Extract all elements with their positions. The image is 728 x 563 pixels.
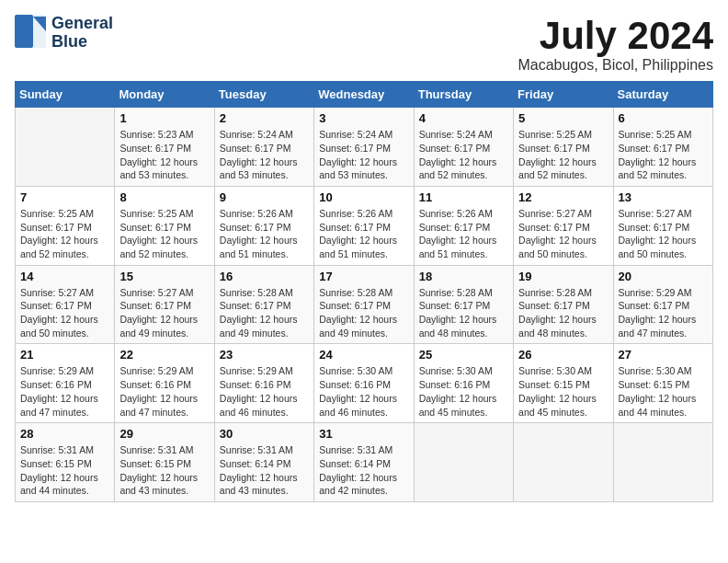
day-info: Sunrise: 5:30 AM Sunset: 6:16 PM Dayligh… — [319, 364, 408, 419]
day-header-friday: Friday — [514, 82, 613, 108]
day-number: 9 — [220, 190, 309, 204]
day-info: Sunrise: 5:27 AM Sunset: 6:17 PM Dayligh… — [119, 286, 209, 340]
day-info: Sunrise: 5:29 AM Sunset: 6:16 PM Dayligh… — [20, 364, 109, 419]
day-info: Sunrise: 5:27 AM Sunset: 6:17 PM Dayligh… — [518, 207, 608, 261]
calendar-cell: 5Sunrise: 5:25 AM Sunset: 6:17 PM Daylig… — [514, 108, 613, 187]
day-info: Sunrise: 5:26 AM Sunset: 6:17 PM Dayligh… — [319, 207, 408, 261]
calendar-table: SundayMondayTuesdayWednesdayThursdayFrid… — [15, 81, 713, 502]
calendar-cell: 17Sunrise: 5:28 AM Sunset: 6:17 PM Dayli… — [314, 265, 414, 344]
day-header-sunday: Sunday — [16, 82, 115, 108]
calendar-cell: 6Sunrise: 5:25 AM Sunset: 6:17 PM Daylig… — [613, 108, 712, 187]
svg-rect-2 — [15, 15, 33, 48]
calendar-week-row: 21Sunrise: 5:29 AM Sunset: 6:16 PM Dayli… — [16, 344, 713, 423]
day-number: 12 — [518, 190, 608, 204]
day-number: 18 — [419, 270, 508, 283]
day-number: 11 — [419, 190, 508, 204]
location-title: Macabugos, Bicol, Philippines — [518, 57, 713, 74]
day-header-saturday: Saturday — [613, 82, 712, 108]
day-number: 10 — [319, 190, 408, 204]
day-info: Sunrise: 5:23 AM Sunset: 6:17 PM Dayligh… — [119, 128, 209, 182]
day-number: 31 — [319, 427, 408, 441]
day-number: 26 — [518, 348, 608, 362]
calendar-cell: 30Sunrise: 5:31 AM Sunset: 6:14 PM Dayli… — [214, 423, 313, 502]
calendar-cell: 28Sunrise: 5:31 AM Sunset: 6:15 PM Dayli… — [16, 423, 115, 502]
calendar-cell: 3Sunrise: 5:24 AM Sunset: 6:17 PM Daylig… — [314, 108, 414, 187]
calendar-cell: 18Sunrise: 5:28 AM Sunset: 6:17 PM Dayli… — [414, 265, 513, 344]
calendar-cell: 22Sunrise: 5:29 AM Sunset: 6:16 PM Dayli… — [115, 344, 214, 423]
calendar-cell: 1Sunrise: 5:23 AM Sunset: 6:17 PM Daylig… — [115, 108, 214, 187]
day-number: 19 — [518, 270, 608, 283]
calendar-cell: 13Sunrise: 5:27 AM Sunset: 6:17 PM Dayli… — [613, 186, 712, 265]
day-info: Sunrise: 5:31 AM Sunset: 6:14 PM Dayligh… — [319, 443, 408, 498]
day-number: 27 — [619, 348, 708, 362]
calendar-cell — [613, 423, 712, 502]
calendar-cell: 21Sunrise: 5:29 AM Sunset: 6:16 PM Dayli… — [16, 344, 115, 423]
logo-line2: Blue — [51, 33, 113, 52]
day-info: Sunrise: 5:27 AM Sunset: 6:17 PM Dayligh… — [20, 286, 109, 340]
day-number: 2 — [220, 111, 309, 125]
calendar-cell: 2Sunrise: 5:24 AM Sunset: 6:17 PM Daylig… — [214, 108, 313, 187]
calendar-cell: 7Sunrise: 5:25 AM Sunset: 6:17 PM Daylig… — [16, 186, 115, 265]
calendar-cell: 15Sunrise: 5:27 AM Sunset: 6:17 PM Dayli… — [115, 265, 214, 344]
day-number: 24 — [319, 348, 408, 362]
day-number: 13 — [619, 190, 708, 204]
day-header-monday: Monday — [115, 82, 214, 108]
day-info: Sunrise: 5:24 AM Sunset: 6:17 PM Dayligh… — [319, 128, 408, 182]
calendar-cell: 25Sunrise: 5:30 AM Sunset: 6:16 PM Dayli… — [414, 344, 513, 423]
day-info: Sunrise: 5:30 AM Sunset: 6:15 PM Dayligh… — [518, 364, 608, 419]
calendar-body: 1Sunrise: 5:23 AM Sunset: 6:17 PM Daylig… — [16, 108, 713, 502]
day-info: Sunrise: 5:25 AM Sunset: 6:17 PM Dayligh… — [119, 207, 209, 261]
day-number: 23 — [220, 348, 309, 362]
calendar-week-row: 28Sunrise: 5:31 AM Sunset: 6:15 PM Dayli… — [16, 423, 713, 502]
calendar-cell — [514, 423, 613, 502]
calendar-cell: 19Sunrise: 5:28 AM Sunset: 6:17 PM Dayli… — [514, 265, 613, 344]
month-title: July 2024 — [518, 15, 713, 57]
day-number: 22 — [119, 348, 209, 362]
day-number: 29 — [119, 427, 209, 441]
day-number: 21 — [20, 348, 109, 362]
calendar-week-row: 7Sunrise: 5:25 AM Sunset: 6:17 PM Daylig… — [16, 186, 713, 265]
calendar-cell — [16, 108, 115, 187]
day-header-thursday: Thursday — [414, 82, 513, 108]
day-info: Sunrise: 5:25 AM Sunset: 6:17 PM Dayligh… — [20, 207, 109, 261]
day-info: Sunrise: 5:26 AM Sunset: 6:17 PM Dayligh… — [419, 207, 508, 261]
day-info: Sunrise: 5:28 AM Sunset: 6:17 PM Dayligh… — [518, 286, 608, 340]
calendar-cell: 9Sunrise: 5:26 AM Sunset: 6:17 PM Daylig… — [214, 186, 313, 265]
day-number: 30 — [220, 427, 309, 441]
day-number: 16 — [220, 270, 309, 283]
day-number: 15 — [119, 270, 209, 283]
calendar-cell: 10Sunrise: 5:26 AM Sunset: 6:17 PM Dayli… — [314, 186, 414, 265]
logo-icon — [15, 15, 48, 52]
day-info: Sunrise: 5:28 AM Sunset: 6:17 PM Dayligh… — [319, 286, 408, 340]
calendar-cell: 29Sunrise: 5:31 AM Sunset: 6:15 PM Dayli… — [115, 423, 214, 502]
calendar-cell — [414, 423, 513, 502]
calendar-cell: 8Sunrise: 5:25 AM Sunset: 6:17 PM Daylig… — [115, 186, 214, 265]
day-number: 17 — [319, 270, 408, 283]
day-info: Sunrise: 5:25 AM Sunset: 6:17 PM Dayligh… — [518, 128, 608, 182]
calendar-cell: 12Sunrise: 5:27 AM Sunset: 6:17 PM Dayli… — [514, 186, 613, 265]
day-info: Sunrise: 5:31 AM Sunset: 6:15 PM Dayligh… — [119, 443, 209, 498]
day-info: Sunrise: 5:25 AM Sunset: 6:17 PM Dayligh… — [619, 128, 708, 182]
day-info: Sunrise: 5:31 AM Sunset: 6:15 PM Dayligh… — [20, 443, 109, 498]
calendar-week-row: 14Sunrise: 5:27 AM Sunset: 6:17 PM Dayli… — [16, 265, 713, 344]
day-header-wednesday: Wednesday — [314, 82, 414, 108]
day-info: Sunrise: 5:29 AM Sunset: 6:16 PM Dayligh… — [220, 364, 309, 419]
logo-line1: General — [51, 15, 113, 33]
calendar-cell: 23Sunrise: 5:29 AM Sunset: 6:16 PM Dayli… — [214, 344, 313, 423]
day-info: Sunrise: 5:24 AM Sunset: 6:17 PM Dayligh… — [220, 128, 309, 182]
calendar-cell: 4Sunrise: 5:24 AM Sunset: 6:17 PM Daylig… — [414, 108, 513, 187]
logo: General Blue — [15, 15, 113, 52]
day-info: Sunrise: 5:28 AM Sunset: 6:17 PM Dayligh… — [419, 286, 508, 340]
day-info: Sunrise: 5:28 AM Sunset: 6:17 PM Dayligh… — [220, 286, 309, 340]
day-number: 5 — [518, 111, 608, 125]
day-info: Sunrise: 5:24 AM Sunset: 6:17 PM Dayligh… — [419, 128, 508, 182]
day-header-tuesday: Tuesday — [214, 82, 313, 108]
calendar-header-row: SundayMondayTuesdayWednesdayThursdayFrid… — [16, 82, 713, 108]
day-number: 28 — [20, 427, 109, 441]
day-number: 14 — [20, 270, 109, 283]
day-info: Sunrise: 5:29 AM Sunset: 6:17 PM Dayligh… — [619, 286, 708, 340]
calendar-cell: 14Sunrise: 5:27 AM Sunset: 6:17 PM Dayli… — [16, 265, 115, 344]
day-info: Sunrise: 5:29 AM Sunset: 6:16 PM Dayligh… — [119, 364, 209, 419]
title-section: July 2024 Macabugos, Bicol, Philippines — [518, 15, 713, 74]
calendar-cell: 11Sunrise: 5:26 AM Sunset: 6:17 PM Dayli… — [414, 186, 513, 265]
